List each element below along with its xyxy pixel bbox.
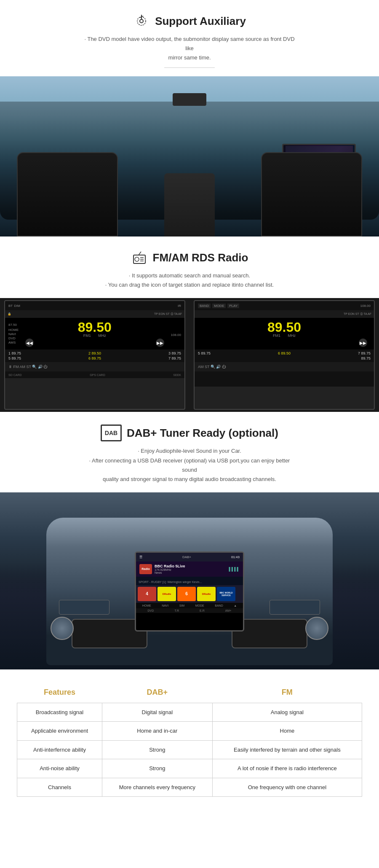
svg-point-5 (135, 257, 139, 261)
fmam-section: FM/AM RDS Radio · It supports automatic … (0, 236, 379, 298)
dab-desc-line2: · After connecting a USB DAB receiver (o… (84, 456, 295, 475)
dab-section: DAB DAB+ Tuner Ready (optional) · Enjoy … (0, 412, 379, 492)
td-feature-3: Anti-noise ability (17, 759, 102, 778)
radio-screen-left: BT DIM IR 🔒 TP EON ST ⓖ TA AF 87.50 HOME… (4, 300, 185, 410)
td-dab-3: Strong (102, 759, 212, 778)
auxiliary-divider (164, 67, 215, 68)
table-row: Broadcasting signalDigital signalAnalog … (17, 703, 362, 722)
auxiliary-title: Support Auxiliary (155, 15, 246, 28)
dab-car-section: ☰ DAB+ 01:43 Radio BBC Radio 5Live 174.9… (0, 492, 379, 669)
radio-ui-section: BT DIM IR 🔒 TP EON ST ⓖ TA AF 87.50 HOME… (0, 298, 379, 412)
table-row: ChannelsMore channels every frequencyOne… (17, 778, 362, 797)
dab-desc-line3: quality and stronger signal to many digi… (84, 475, 295, 484)
auxiliary-icon (133, 13, 150, 30)
auxiliary-desc-line1: · The DVD model have video output, the s… (84, 35, 295, 53)
td-dab-4: More channels every frequency (102, 778, 212, 797)
support-auxiliary-section: Support Auxiliary · The DVD model have v… (0, 0, 379, 76)
td-dab-1: Home and in-car (102, 722, 212, 741)
car-interior-image: ▶ ▶ (0, 76, 379, 236)
svg-point-0 (140, 19, 143, 23)
comparison-table: Features DAB+ FM Broadcasting signalDigi… (17, 682, 362, 797)
fmam-title: FM/AM RDS Radio (153, 251, 248, 264)
td-feature-1: Applicable environment (17, 722, 102, 741)
comparison-section: Features DAB+ FM Broadcasting signalDigi… (0, 669, 379, 810)
radio-screen-right: BAND MODE PLAY 108.00 TP EON ST ⓖ TA AF … (194, 300, 375, 410)
th-dab: DAB+ (102, 682, 212, 703)
table-header-row: Features DAB+ FM (17, 682, 362, 703)
td-feature-0: Broadcasting signal (17, 703, 102, 722)
section-header-fmam: FM/AM RDS Radio (8, 249, 371, 266)
fmam-desc-line1: · It supports automatic search and manua… (84, 271, 295, 280)
td-fm-0: Analog signal (212, 703, 362, 722)
th-fm: FM (212, 682, 362, 703)
td-dab-2: Strong (102, 740, 212, 759)
td-fm-4: One frequency with one channel (212, 778, 362, 797)
table-row: Applicable environmentHome and in-carHom… (17, 722, 362, 741)
fmam-desc-line2: · You can drag the icon of target statio… (84, 280, 295, 290)
td-fm-2: Easily interfered by terrain and other s… (212, 740, 362, 759)
svg-line-9 (139, 252, 141, 255)
section-header-auxiliary: Support Auxiliary (8, 13, 371, 30)
td-feature-4: Channels (17, 778, 102, 797)
car-image-section: ▶ ▶ (0, 76, 379, 236)
td-fm-1: Home (212, 722, 362, 741)
th-features: Features (17, 682, 102, 703)
section-header-dab: DAB DAB+ Tuner Ready (optional) (8, 425, 371, 441)
td-dab-0: Digital signal (102, 703, 212, 722)
td-fm-3: A lot of nosie if there is radio interfe… (212, 759, 362, 778)
table-row: Anti-noise abilityStrongA lot of nosie i… (17, 759, 362, 778)
radio-icon (131, 249, 148, 266)
dab-title: DAB+ Tuner Ready (optional) (127, 427, 278, 440)
table-row: Anti-interfernce abilityStrongEasily int… (17, 740, 362, 759)
dab-icon: DAB (101, 425, 122, 441)
dab-desc-line1: · Enjoy Audiophile-level Sound in your C… (84, 446, 295, 456)
td-feature-2: Anti-interfernce ability (17, 740, 102, 759)
auxiliary-desc-line2: mirror same time. (84, 53, 295, 62)
